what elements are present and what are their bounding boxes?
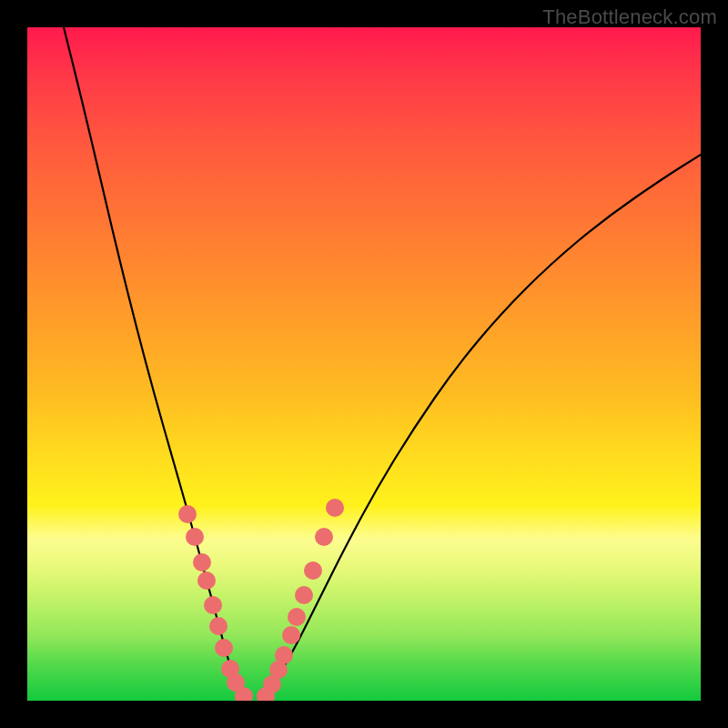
data-dot <box>193 553 211 571</box>
plot-area <box>27 27 701 701</box>
data-dot <box>178 505 197 523</box>
data-dot <box>326 499 344 517</box>
data-dot <box>275 646 293 664</box>
data-dot <box>295 586 313 604</box>
chart-svg <box>27 27 701 701</box>
data-dot <box>215 639 233 657</box>
watermark-text: TheBottleneck.com <box>542 5 717 29</box>
data-dot <box>304 561 322 580</box>
chart-frame: TheBottleneck.com <box>0 0 728 728</box>
data-dot <box>288 608 306 626</box>
data-dot <box>204 596 222 614</box>
data-dot <box>209 617 228 635</box>
data-dot <box>186 528 204 546</box>
right-curve <box>264 155 701 701</box>
data-dot <box>315 528 333 546</box>
data-dot <box>282 626 300 644</box>
data-dot <box>197 571 216 590</box>
